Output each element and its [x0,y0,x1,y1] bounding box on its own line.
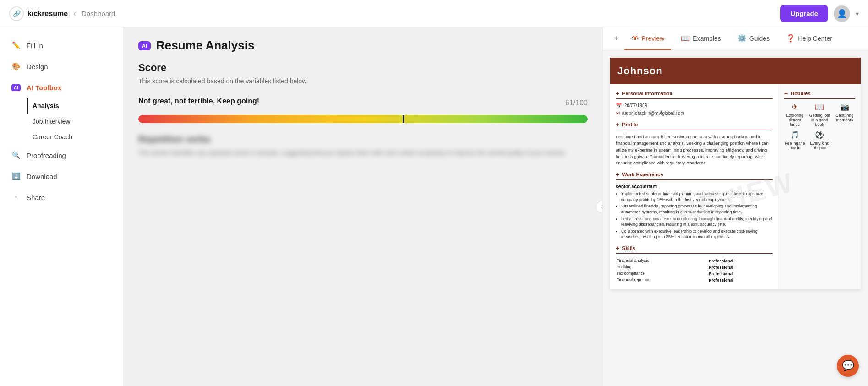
camera-icon: 📷 [840,103,849,111]
proofreading-icon: 🔍 [11,150,21,160]
hobbies-header: + Hobbies [784,90,855,99]
resume-body: + Personal Information 📅 20/07/1989 ✉ aa… [610,84,861,289]
sub-item-job-interview[interactable]: Job Interview [27,114,123,129]
resume-name: Johnson [617,65,853,77]
sidebar-item-share[interactable]: ↑ Share [0,187,123,208]
tab-guides[interactable]: ⚙️ Guides [730,27,777,50]
logo-text: kickresume [27,10,68,18]
personal-email: ✉ aaron.drapkin@mvfglobal.com [616,110,773,116]
sub-items: Analysis Job Interview Career Coach [0,98,123,145]
sidebar-label-share: Share [27,194,45,201]
sport-icon: ⚽ [815,130,824,139]
hobbies-grid: ✈ Exploring distant lands 📖 Getting lost… [784,103,855,150]
user-avatar[interactable]: 👤 [834,5,850,22]
profile-text: Dedicated and accomplished senior accoun… [616,134,773,166]
sub-item-career-coach-label: Career Coach [33,133,72,141]
chat-button[interactable]: 💬 [837,355,859,377]
book-icon: 📖 [815,103,824,111]
sidebar: ✏️ Fill In 🎨 Design AI AI Toolbox Analys… [0,27,124,386]
email-icon: ✉ [616,110,620,116]
header-right: Upgrade 👤 ▾ [780,5,859,22]
edit-icon: ✏️ [11,40,21,50]
sub-item-career-coach[interactable]: Career Coach [27,129,123,145]
app-header: 🔗 kickresume ‹ Dashboard Upgrade 👤 ▾ [0,0,868,27]
score-description: This score is calculated based on the va… [138,77,588,85]
sidebar-item-download[interactable]: ⬇️ Download [0,166,123,187]
hobby-capturing: 📷 Capturing moments [834,103,855,127]
sub-item-analysis[interactable]: Analysis [27,98,123,114]
bullet-4: Collaborated with executive leadership t… [621,228,773,240]
hobby-music-label: Feeling the music [784,141,805,150]
sidebar-label-ai-toolbox: AI Toolbox [27,84,61,92]
tab-preview[interactable]: 👁 Preview [624,28,672,50]
score-bar-gradient [138,115,588,123]
hobby-capturing-label: Capturing moments [834,113,855,122]
score-label: Not great, not terrible. Keep going! [138,97,259,105]
score-number: 61 [565,99,573,107]
logo[interactable]: 🔗 kickresume [9,6,68,21]
sidebar-item-design[interactable]: 🎨 Design [0,56,123,77]
score-max: /100 [573,99,588,107]
preview-tabs: + 👁 Preview 📖 Examples ⚙️ Guides ❓ Help … [603,27,868,50]
skill-row: AuditingProfessional [617,265,772,270]
design-icon: 🎨 [11,61,21,71]
email-value: aaron.drapkin@mvfglobal.com [622,111,684,116]
hobby-sport-label: Every kind of sport [809,141,830,150]
panel-header: AI Resume Analysis [124,27,602,62]
blurred-section: Repetition verba This section identifies… [138,134,588,158]
tab-guides-label: Guides [749,35,770,42]
sidebar-label-download: Download [27,173,57,180]
breadcrumb[interactable]: Dashboard [82,10,115,17]
logo-icon: 🔗 [9,6,24,21]
upgrade-button[interactable]: Upgrade [780,5,828,22]
panel-ai-badge: AI [138,41,151,50]
bullet-3: Led a cross-functional team in conductin… [621,216,773,228]
sub-item-analysis-label: Analysis [33,102,59,109]
bullet-2: Streamlined financial reporting processe… [621,203,773,215]
work-bullets: Implemented strategic financial planning… [616,191,773,240]
sidebar-label-proofreading: Proofreading [27,152,66,159]
sidebar-label-fill-in: Fill In [27,42,43,49]
score-row: Not great, not terrible. Keep going! 61/… [138,94,588,109]
preview-tab-icon: 👁 [632,34,639,43]
plane-icon: ✈ [792,103,798,111]
center-panel: AI Resume Analysis Score This score is c… [124,27,602,386]
download-icon: ⬇️ [11,171,21,181]
help-tab-icon: ❓ [786,34,795,43]
hobby-sport: ⚽ Every kind of sport [809,130,830,150]
sub-item-job-interview-label: Job Interview [33,118,70,125]
score-title: Score [138,62,588,74]
resume-main: + Personal Information 📅 20/07/1989 ✉ aa… [610,84,778,289]
score-bar [138,115,588,123]
tab-examples-label: Examples [693,35,721,42]
tab-examples[interactable]: 📖 Examples [673,27,728,50]
chevron-down-icon[interactable]: ▾ [856,10,859,17]
job-title: senior accountant [616,184,773,189]
collapse-arrow[interactable]: ‹ [596,201,602,213]
music-icon: 🎵 [790,130,799,139]
ai-toolbox-icon: AI [11,82,21,92]
sidebar-label-design: Design [27,63,48,71]
panel-content: Score This score is calculated based on … [124,62,602,173]
header-left: 🔗 kickresume ‹ Dashboard [9,6,115,21]
sidebar-item-ai-toolbox[interactable]: AI AI Toolbox [0,77,123,98]
preview-panel: + 👁 Preview 📖 Examples ⚙️ Guides ❓ Help … [602,27,868,386]
guides-tab-icon: ⚙️ [737,34,747,43]
score-indicator [403,115,404,123]
sidebar-item-proofreading[interactable]: 🔍 Proofreading [0,145,123,166]
add-tab-button[interactable]: + [610,27,622,50]
tab-help-center[interactable]: ❓ Help Center [779,27,840,50]
skill-row: Financial analysisProfessional [617,258,772,264]
hobby-exploring-label: Exploring distant lands [784,113,805,127]
hobby-reading-label: Getting lost in a good book [809,113,830,127]
breadcrumb-separator: ‹ [73,9,76,18]
skills-header: + Skills [616,245,773,254]
score-value: 61/100 [565,94,588,109]
tab-preview-label: Preview [642,35,665,42]
resume-preview-content[interactable]: Johnson + Personal Information 📅 20/07/1… [603,50,868,386]
hobby-reading: 📖 Getting lost in a good book [809,103,830,127]
resume-side: + Hobbies ✈ Exploring distant lands 📖 Ge… [778,84,861,289]
sidebar-item-fill-in[interactable]: ✏️ Fill In [0,35,123,56]
skills-table: Financial analysisProfessional AuditingP… [616,257,773,284]
blurred-text: This section identifies any repeated wor… [138,148,588,158]
